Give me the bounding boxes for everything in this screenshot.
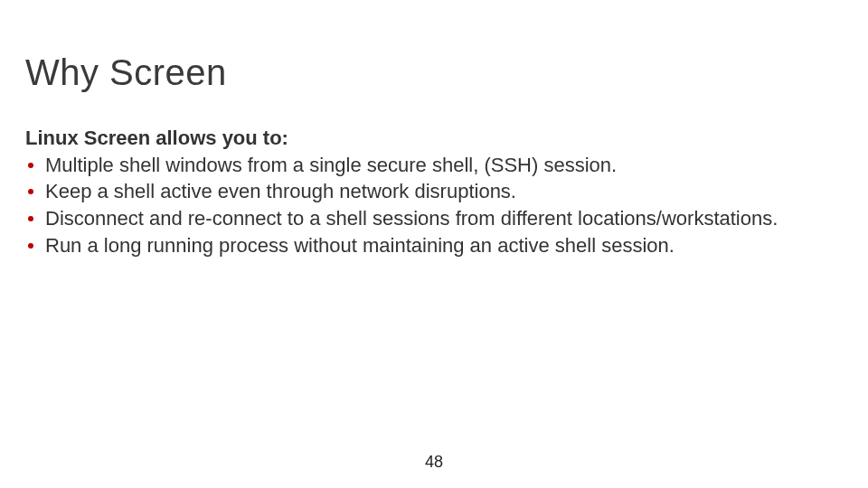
slide-body: Linux Screen allows you to: Multiple she… [25, 125, 843, 258]
bullet-text: Run a long running process without maint… [45, 234, 675, 257]
bullet-icon [28, 243, 33, 249]
slide-title: Why Screen [25, 52, 227, 93]
list-item: Multiple shell windows from a single sec… [25, 152, 843, 179]
list-item: Keep a shell active even through network… [25, 178, 843, 205]
slide: Why Screen Linux Screen allows you to: M… [0, 0, 868, 488]
bullet-icon [28, 189, 33, 194]
page-number: 48 [0, 453, 868, 472]
bullet-list: Multiple shell windows from a single sec… [25, 152, 843, 259]
bullet-text: Keep a shell active even through network… [45, 180, 516, 202]
bullet-icon [28, 216, 33, 221]
bullet-text: Disconnect and re-connect to a shell ses… [45, 207, 778, 230]
slide-subhead: Linux Screen allows you to: [25, 125, 843, 152]
list-item: Run a long running process without maint… [25, 232, 843, 259]
list-item: Disconnect and re-connect to a shell ses… [25, 205, 843, 232]
bullet-text: Multiple shell windows from a single sec… [45, 154, 617, 176]
bullet-icon [28, 163, 33, 168]
